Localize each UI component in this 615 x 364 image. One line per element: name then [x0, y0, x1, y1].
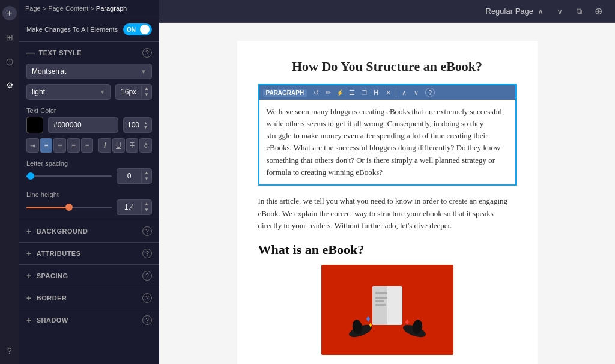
toolbar-delete-icon[interactable]: ✕	[383, 87, 393, 98]
align-center-btn[interactable]: ≡	[53, 138, 66, 153]
letter-spacing-slider[interactable]	[26, 171, 112, 181]
article-para-1: In this article, we tell you what you ne…	[258, 195, 517, 232]
letter-spacing-down[interactable]: ▼	[142, 176, 151, 182]
breadcrumb-current: Paragraph	[96, 5, 127, 12]
align-justify-btn[interactable]: ≡	[81, 138, 94, 153]
add-btn[interactable]: ⊕	[591, 4, 605, 19]
border-help-icon[interactable]: ?	[142, 293, 152, 303]
letter-spacing-row: 0 ▲ ▼	[19, 168, 159, 189]
settings-icon[interactable]: ⚙	[2, 78, 17, 93]
font-family-select[interactable]: Montserrat ▼	[26, 64, 152, 79]
align-right-btn[interactable]: ≡	[67, 138, 80, 153]
breadcrumb: Page > Page Content > Paragraph	[19, 0, 159, 17]
strikethrough-btn[interactable]: T	[126, 138, 139, 153]
svg-rect-3	[375, 297, 387, 299]
toolbar-edit-icon[interactable]: ✏	[323, 87, 333, 98]
letter-spacing-value[interactable]: 0	[117, 169, 141, 183]
toolbar-copy-icon[interactable]: ❐	[359, 87, 369, 98]
toolbar-up-icon[interactable]: ∧	[399, 87, 410, 98]
page-content-area[interactable]: How Do You Structure an eBook? PARAGRAPH…	[159, 23, 615, 364]
toggle-circle	[140, 25, 150, 34]
duplicate-btn[interactable]: ⧉	[572, 4, 586, 19]
history-icon[interactable]: ◷	[2, 54, 17, 68]
line-height-slider[interactable]	[26, 202, 112, 213]
article-title: How Do You Structure an eBook?	[258, 59, 517, 74]
svg-rect-2	[375, 292, 387, 294]
font-size-down[interactable]: ▼	[142, 92, 151, 98]
background-help-icon[interactable]: ?	[142, 226, 152, 236]
letter-spacing-input: 0 ▲ ▼	[117, 168, 152, 184]
text-style-title: TEXT STYLE	[39, 49, 82, 56]
article-subtitle: What is an eBook?	[258, 242, 517, 258]
help-icon[interactable]: ?	[2, 344, 17, 358]
left-icon-bar: + ⊞ ◷ ⚙ ?	[0, 0, 19, 364]
shadow-expand-icon: +	[26, 315, 32, 325]
shadow-header[interactable]: + SHADOW ?	[19, 309, 159, 331]
letter-spacing-label: Letter spacing	[19, 157, 159, 168]
shadow-title: SHADOW	[37, 317, 68, 324]
border-header[interactable]: + BORDER ?	[19, 287, 159, 309]
arrow-down-btn[interactable]: ∨	[553, 4, 567, 19]
line-height-down[interactable]: ▼	[142, 207, 151, 213]
toggle-all-elements-row: Make Changes To All Elements ON	[19, 17, 159, 42]
opacity-up[interactable]: ▲	[144, 121, 148, 125]
selected-paragraph-text[interactable]: We have seen many bloggers creating eBoo…	[259, 100, 515, 184]
font-family-value: Montserrat	[32, 67, 66, 76]
attributes-section: + ATTRIBUTES ?	[19, 242, 159, 264]
color-swatch[interactable]	[26, 117, 43, 133]
toolbar-h-icon[interactable]: H	[371, 87, 381, 98]
font-size-value[interactable]: 16px	[116, 85, 141, 99]
add-page-icon[interactable]: +	[2, 6, 17, 20]
indent-btn[interactable]: ⇥	[26, 138, 39, 153]
italic-btn[interactable]: I	[98, 138, 111, 153]
spacing-header[interactable]: + SPACING ?	[19, 265, 159, 287]
breadcrumb-page[interactable]: Page	[25, 5, 41, 12]
background-title: BACKGROUND	[37, 228, 88, 235]
font-weight-select[interactable]: light ▼	[26, 84, 111, 100]
sidebar-panel: Page > Page Content > Paragraph Make Cha…	[19, 0, 159, 364]
toolbar-refresh-icon[interactable]: ↺	[311, 87, 321, 98]
toolbar-menu-icon[interactable]: ☰	[347, 87, 357, 98]
toggle-label: Make Changes To All Elements	[26, 26, 118, 33]
svg-rect-4	[375, 300, 384, 302]
special-btn[interactable]: ð	[139, 138, 152, 153]
font-size-up[interactable]: ▲	[142, 86, 151, 92]
line-height-input: 1.4 ▲ ▼	[117, 199, 152, 215]
main-area: Regular Page ∧ ∨ ⧉ ⊕ How Do You Structur…	[159, 0, 615, 364]
article-container: How Do You Structure an eBook? PARAGRAPH…	[237, 41, 538, 364]
color-hex-input[interactable]: #000000	[48, 117, 118, 133]
toolbar-help-icon[interactable]: ?	[425, 88, 435, 97]
toggle-all-elements[interactable]: ON	[123, 23, 152, 35]
font-weight-value: light	[32, 88, 45, 96]
letter-spacing-up[interactable]: ▲	[142, 170, 151, 176]
opacity-down[interactable]: ▼	[144, 125, 148, 129]
line-height-up[interactable]: ▲	[142, 201, 151, 207]
weight-size-row: light ▼ 16px ▲ ▼	[19, 84, 159, 105]
shadow-help-icon[interactable]: ?	[142, 315, 152, 325]
breadcrumb-page-content[interactable]: Page Content	[48, 5, 88, 12]
arrow-up-btn[interactable]: ∧	[533, 4, 548, 19]
attributes-help-icon[interactable]: ?	[142, 249, 152, 258]
alignment-row: ⇥ ≡ ≡ ≡ ≡ I U T ð	[19, 138, 159, 157]
text-style-help-icon[interactable]: ?	[142, 48, 152, 58]
align-left-btn[interactable]: ≡	[40, 138, 53, 153]
toolbar-lightning-icon[interactable]: ⚡	[335, 87, 345, 98]
toggle-on-label: ON	[126, 26, 137, 33]
underline-btn[interactable]: U	[112, 138, 125, 153]
text-color-label: Text Color	[19, 105, 159, 117]
article-body-1: In this article, we tell you what you ne…	[258, 195, 517, 232]
toolbar-down-icon[interactable]: ∨	[411, 87, 422, 98]
border-expand-icon: +	[26, 293, 32, 303]
spacing-title: SPACING	[37, 272, 68, 279]
layers-icon[interactable]: ⊞	[2, 30, 17, 44]
line-height-value[interactable]: 1.4	[117, 200, 141, 214]
font-select-row: Montserrat ▼	[19, 61, 159, 84]
spacing-help-icon[interactable]: ?	[142, 271, 152, 281]
opacity-input[interactable]: 100 ▲ ▼	[123, 117, 152, 133]
attributes-header[interactable]: + ATTRIBUTES ?	[19, 243, 159, 264]
opacity-value: 100	[127, 121, 139, 129]
background-header[interactable]: + BACKGROUND ?	[19, 220, 159, 242]
selected-paragraph-block[interactable]: PARAGRAPH ↺ ✏ ⚡ ☰ ❐ H ✕ ∧ ∨ ? We have se…	[258, 84, 517, 186]
paragraph-toolbar: PARAGRAPH ↺ ✏ ⚡ ☰ ❐ H ✕ ∧ ∨ ?	[259, 85, 515, 100]
text-color-row: #000000 100 ▲ ▼	[19, 117, 159, 138]
